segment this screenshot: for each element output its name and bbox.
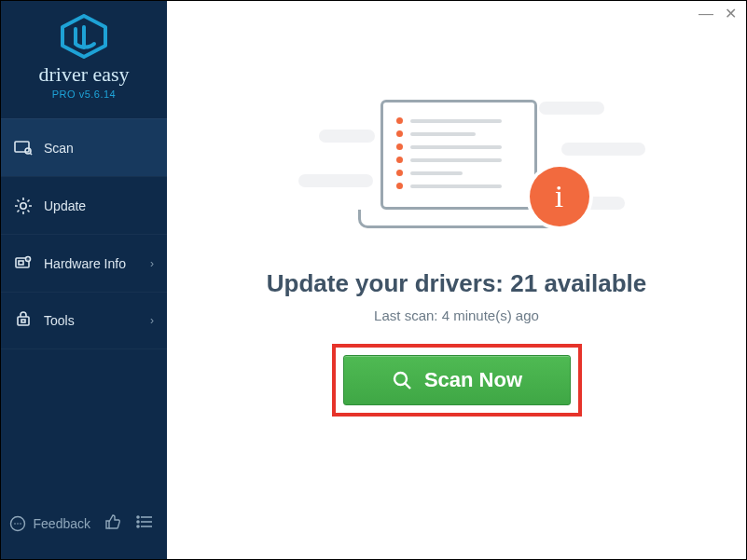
svg-point-5 <box>21 202 26 208</box>
svg-rect-7 <box>19 261 23 265</box>
last-scan-text: Last scan: 4 minute(s) ago <box>374 307 539 323</box>
chevron-right-icon: › <box>150 257 154 270</box>
scan-icon <box>14 139 33 157</box>
svg-point-20 <box>137 526 139 527</box>
svg-rect-2 <box>15 142 29 152</box>
sidebar: driver easy PRO v5.6.14 Scan <box>1 1 167 559</box>
sidebar-item-scan[interactable]: Scan <box>1 118 167 176</box>
svg-text:i: i <box>28 257 29 262</box>
sidebar-footer: Feedback <box>1 494 167 559</box>
search-icon <box>391 369 413 391</box>
brand-subtitle: PRO v5.6.14 <box>1 89 167 100</box>
svg-point-14 <box>17 523 19 525</box>
svg-point-22 <box>394 373 407 385</box>
thumbs-up-icon[interactable] <box>104 512 122 535</box>
sidebar-nav: Scan Update i <box>1 118 167 349</box>
tools-icon <box>14 311 33 330</box>
chevron-right-icon: › <box>150 314 154 327</box>
main-panel: ― ✕ i <box>167 1 746 559</box>
sidebar-item-label: Scan <box>44 141 154 156</box>
svg-rect-11 <box>21 320 25 322</box>
info-badge-icon: i <box>530 167 589 226</box>
brand-block: driver easy PRO v5.6.14 <box>1 1 167 107</box>
feedback-label: Feedback <box>34 516 90 531</box>
sidebar-item-label: Hardware Info <box>44 256 139 271</box>
svg-line-23 <box>405 384 410 389</box>
available-count: 21 <box>510 269 537 297</box>
svg-rect-10 <box>18 317 29 325</box>
scan-highlight-border: Scan Now <box>332 344 582 417</box>
scan-now-label: Scan Now <box>424 368 522 392</box>
brand-title: driver easy <box>1 64 167 85</box>
sidebar-item-tools[interactable]: Tools › <box>1 292 167 349</box>
close-button[interactable]: ✕ <box>725 7 737 21</box>
feedback-button[interactable]: Feedback <box>9 515 90 532</box>
sidebar-item-label: Tools <box>44 313 139 328</box>
svg-point-16 <box>137 516 139 518</box>
hardware-icon: i <box>14 254 33 273</box>
svg-point-13 <box>14 523 16 525</box>
gear-icon <box>14 197 33 215</box>
minimize-button[interactable]: ― <box>699 7 713 21</box>
sidebar-item-label: Update <box>44 198 154 213</box>
laptop-illustration: i <box>326 94 588 243</box>
svg-line-4 <box>30 153 32 155</box>
headline: Update your drivers: 21 available <box>267 269 647 298</box>
sidebar-item-update[interactable]: Update <box>1 176 167 234</box>
list-icon[interactable] <box>135 512 154 535</box>
svg-point-18 <box>137 521 139 523</box>
svg-point-3 <box>25 148 31 154</box>
app-window: driver easy PRO v5.6.14 Scan <box>0 0 747 560</box>
app-logo <box>1 14 167 59</box>
window-controls: ― ✕ <box>699 7 737 21</box>
sidebar-item-hardware-info[interactable]: i Hardware Info › <box>1 234 167 292</box>
svg-point-15 <box>20 523 21 525</box>
scan-now-button[interactable]: Scan Now <box>343 355 571 405</box>
chat-icon <box>9 515 26 532</box>
